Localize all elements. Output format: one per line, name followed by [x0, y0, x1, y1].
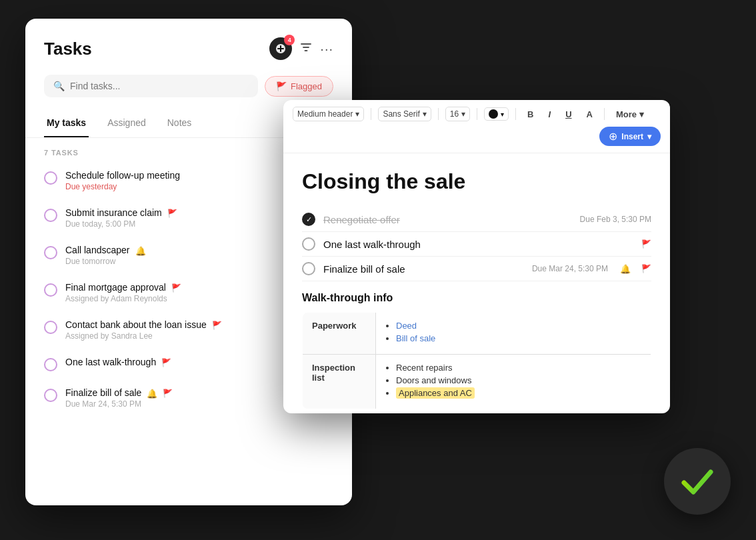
chevron-down-icon: ▾ — [647, 132, 651, 141]
table-content-cell: Recent repairs Doors and windows Applian… — [376, 355, 651, 409]
search-input-wrap: 🔍 — [44, 75, 258, 97]
color-picker[interactable]: ▾ — [484, 107, 509, 121]
task-checkbox[interactable] — [44, 389, 57, 402]
chevron-down-icon: ▾ — [461, 109, 465, 119]
search-input[interactable] — [70, 81, 249, 91]
doc-task-checkbox[interactable]: ✓ — [302, 213, 315, 226]
size-label: 16 — [450, 109, 459, 119]
tab-my-tasks[interactable]: My tasks — [44, 111, 89, 137]
doc-task-name: Finalize bill of sale — [323, 263, 524, 275]
tab-assigned[interactable]: Assigned — [105, 111, 149, 137]
list-item: Appliances and AC — [396, 388, 641, 398]
doc-task-name: Renegotiate offer — [323, 214, 572, 225]
tab-notes[interactable]: Notes — [165, 111, 195, 137]
task-checkbox[interactable] — [44, 171, 57, 185]
flagged-button[interactable]: 🚩 Flagged — [265, 76, 333, 97]
toolbar-divider — [477, 108, 477, 120]
add-task-badge: 4 — [284, 35, 295, 45]
flag-icon: 🚩 — [161, 358, 171, 367]
chevron-down-icon: ▾ — [501, 111, 504, 118]
table-row: Paperwork Deed Bill of sale — [303, 313, 651, 355]
bill-of-sale-link[interactable]: Bill of sale — [396, 333, 435, 343]
bullet-list: Recent repairs Doors and windows Applian… — [385, 363, 641, 398]
flag-icon: 🚩 — [276, 81, 287, 91]
bell-icon: 🔔 — [620, 264, 631, 274]
list-item: Recent repairs — [396, 363, 641, 373]
toolbar-divider — [515, 108, 516, 120]
flag-icon: 🚩 — [641, 264, 651, 273]
more-options-icon[interactable]: ··· — [320, 41, 333, 57]
bold-button[interactable]: B — [523, 107, 538, 121]
toolbar-divider — [604, 108, 605, 120]
bell-icon: 🔔 — [135, 246, 146, 256]
highlighted-item: Appliances and AC — [396, 387, 475, 399]
size-select[interactable]: 16 ▾ — [445, 107, 470, 121]
flag-icon: 🚩 — [163, 389, 173, 398]
doc-task-due: Due Mar 24, 5:30 PM — [532, 264, 608, 273]
filter-icon[interactable] — [300, 41, 312, 57]
doc-task-name: One last walk-through — [323, 239, 617, 250]
search-icon: 🔍 — [53, 81, 65, 91]
task-checkbox[interactable] — [44, 246, 57, 259]
bell-icon: 🔔 — [147, 389, 157, 399]
task-name: Final mortgage approval — [65, 282, 166, 293]
color-dot — [489, 109, 498, 119]
task-name: Call landscaper — [65, 245, 130, 255]
editor-panel: Medium header ▾ Sans Serif ▾ 16 ▾ ▾ B I … — [283, 100, 670, 413]
font-label: Sans Serif — [383, 109, 419, 119]
toolbar-divider — [438, 108, 439, 120]
table-content-cell: Deed Bill of sale — [376, 313, 651, 355]
task-checkbox[interactable] — [44, 358, 57, 371]
format-label: Medium header — [297, 109, 353, 119]
doc-task-row: ✓ Renegotiate offer Due Feb 3, 5:30 PM — [302, 207, 651, 232]
bullet-list: Deed Bill of sale — [385, 321, 641, 343]
editor-content: Closing the sale ✓ Renegotiate offer Due… — [283, 153, 670, 413]
flag-icon: 🚩 — [212, 321, 222, 330]
task-checkbox[interactable] — [44, 283, 57, 297]
tasks-toolbar: 4 ··· — [269, 37, 333, 60]
checkmark-icon — [677, 461, 717, 501]
tasks-title: Tasks — [44, 39, 92, 59]
tasks-title-row: Tasks 4 ··· — [44, 37, 333, 60]
flag-icon: 🚩 — [641, 239, 651, 249]
table-header-cell: Paperwork — [303, 313, 376, 355]
more-button[interactable]: More ▾ — [611, 107, 649, 121]
search-row: 🔍 🚩 Flagged — [44, 75, 333, 97]
tasks-header: Tasks 4 ··· 🔍 — [25, 19, 352, 97]
doc-title: Closing the sale — [302, 169, 651, 194]
insert-label: Insert — [621, 132, 643, 141]
section-heading: Walk-through info — [302, 292, 651, 304]
list-item: Doors and windows — [396, 375, 641, 385]
flag-icon: 🚩 — [167, 209, 177, 218]
chevron-down-icon: ▾ — [423, 109, 427, 119]
table-header-cell: Inspection list — [303, 355, 376, 409]
format-select[interactable]: Medium header ▾ — [293, 107, 364, 121]
add-icon — [275, 43, 286, 54]
task-checkbox[interactable] — [44, 321, 57, 334]
task-name: Submit insurance claim — [65, 207, 162, 218]
task-name: One last walk-through — [65, 357, 156, 367]
task-checkbox[interactable] — [44, 209, 57, 222]
underline-button[interactable]: U — [561, 107, 576, 121]
font-select[interactable]: Sans Serif ▾ — [378, 107, 431, 121]
table-row: Inspection list Recent repairs Doors and… — [303, 355, 651, 409]
italic-button[interactable]: I — [544, 107, 556, 121]
doc-task-row: One last walk-through 🚩 — [302, 232, 651, 257]
info-table: Paperwork Deed Bill of sale Inspection l… — [302, 312, 651, 409]
doc-task-due: Due Feb 3, 5:30 PM — [580, 215, 651, 224]
add-task-button[interactable]: 4 — [269, 37, 292, 60]
insert-button[interactable]: ⊕ Insert ▾ — [599, 127, 661, 146]
deed-link[interactable]: Deed — [396, 321, 417, 331]
doc-task-checkbox[interactable] — [302, 262, 315, 275]
checkmark-badge — [664, 448, 731, 515]
chevron-down-icon: ▾ — [639, 109, 644, 119]
doc-task-checkbox[interactable] — [302, 237, 315, 251]
flag-icon: 🚩 — [171, 283, 181, 293]
doc-task-row: Finalize bill of sale Due Mar 24, 5:30 P… — [302, 257, 651, 281]
editor-toolbar: Medium header ▾ Sans Serif ▾ 16 ▾ ▾ B I … — [283, 100, 670, 153]
flagged-label: Flagged — [291, 81, 322, 91]
task-name: Finalize bill of sale — [65, 387, 141, 398]
text-color-button[interactable]: A — [582, 107, 597, 121]
chevron-down-icon: ▾ — [355, 109, 359, 119]
task-name: Contact bank about the loan issue — [65, 319, 207, 330]
